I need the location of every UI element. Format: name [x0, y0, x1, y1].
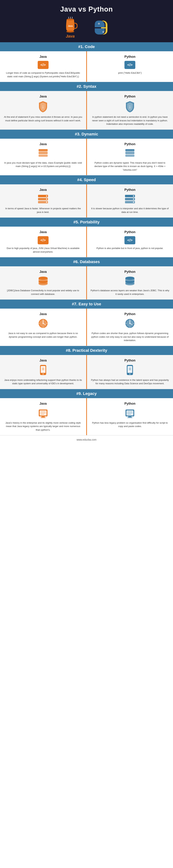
svg-point-61 [43, 373, 44, 374]
page-header: Java vs Python Java Java [0, 0, 173, 42]
java-col-title-legacy: Java [40, 402, 47, 406]
section-header-databases: #6. Databases [0, 257, 173, 266]
python-text-databases: Python's database access layers are weak… [91, 289, 170, 296]
svg-point-54 [129, 323, 130, 324]
section-header-code: #1. Code [0, 42, 173, 51]
python-phone-icon: ☰ [125, 365, 134, 375]
python-col-databases: Python Python's database access layers a… [87, 266, 173, 299]
java-col-title-portability: Java [40, 230, 47, 234]
section-legacy: #9. LegacyJava Java's history in the ent… [0, 389, 173, 436]
java-text-dynamic: In java you must declare type of the dat… [4, 161, 82, 168]
svg-rect-11 [39, 155, 48, 157]
java-text-databases: [JDBC]Java Database Connectivity is most… [4, 289, 82, 296]
java-col-databases: Java [JDBC]Java Database Connectivity is… [0, 266, 87, 299]
java-col-speed: Java In terms of speed Java is faster. W… [0, 184, 87, 217]
python-text-legacy: Python has less legacy problem so organi… [91, 421, 170, 428]
python-col-title-legacy: Python [124, 402, 135, 406]
java-col-practicaldexterity: Java ☰ Java enjoys more undeviating refa… [0, 355, 87, 389]
section-header-syntax: #2. Syntax [0, 82, 173, 91]
python-text-speed: It is slower because python is interpret… [91, 207, 170, 214]
java-icon-dynamic [38, 148, 49, 159]
svg-text:Java: Java [68, 25, 73, 27]
svg-text:;: ; [129, 104, 130, 109]
svg-point-65 [129, 373, 130, 374]
svg-text:;: ; [42, 104, 44, 109]
java-db-dynamic-icon [38, 148, 49, 158]
comparison-row-easytouse: Java Java is not easy to use as compared… [0, 309, 173, 346]
java-col-legacy: Java Java's history in the enterprise an… [0, 398, 87, 435]
python-col-code: Python</>print ("Hello EduCBA") [87, 51, 173, 82]
comparison-row-practicaldexterity: Java ☰ Java enjoys more undeviating refa… [0, 355, 173, 389]
header-logos: Java Java [4, 17, 169, 39]
python-text-practicaldexterity: Python has always had an existence in th… [91, 378, 170, 385]
footer: www.educba.com [0, 435, 173, 444]
java-icon-syntax: ; [38, 100, 48, 113]
java-col-title-databases: Java [40, 270, 47, 274]
java-icon-legacy [38, 408, 48, 419]
python-shield-icon: ; [125, 100, 135, 112]
section-syntax: #2. SyntaxJava ; At the end of statement… [0, 82, 173, 130]
java-cup-icon: Java [63, 17, 77, 33]
python-col-title-easytouse: Python [124, 312, 135, 316]
section-header-dynamic: #3. Dynamic [0, 130, 173, 139]
svg-rect-40 [125, 282, 134, 284]
svg-point-24 [46, 202, 47, 203]
python-text-easytouse: Python codes are shorter than java. pyth… [91, 332, 170, 342]
comparison-row-dynamic: Java In java you must declare type of th… [0, 139, 173, 176]
svg-point-22 [46, 195, 47, 197]
svg-point-4 [99, 23, 99, 24]
java-server-icon [37, 194, 49, 204]
java-text-portability: Due to high popularity of java, JVM (Jav… [4, 246, 82, 253]
python-legacy-icon [125, 408, 135, 418]
java-col-syntax: Java ; At the end of statement if you mi… [0, 91, 87, 129]
java-text-syntax: At the end of statement if you miss semi… [4, 115, 82, 122]
java-text-speed: In terms of speed Java is faster. Whenev… [4, 207, 82, 214]
section-header-practicaldexterity: #8. Practical Dexterity [0, 346, 173, 355]
comparison-row-legacy: Java Java's history in the enterprise an… [0, 398, 173, 436]
python-text-syntax: In python statement do not need a semico… [91, 115, 170, 126]
python-icon-dynamic [124, 148, 135, 159]
java-logo: Java Java [63, 17, 77, 39]
section-practicaldexterity: #8. Practical DexterityJava ☰ Java enjoy… [0, 346, 173, 389]
comparison-row-speed: Java In terms of speed Java is faster. W… [0, 184, 173, 218]
java-icon-portability: </> [38, 236, 49, 244]
svg-rect-70 [41, 417, 46, 418]
java-icon-practicaldexterity: ☰ [39, 365, 48, 376]
python-server-icon [124, 194, 136, 204]
java-icon-easytouse [38, 318, 48, 329]
python-col-title-portability: Python [124, 230, 135, 234]
footer-url: www.educba.com [77, 438, 97, 441]
python-col-speed: Python It is slower because python is in… [87, 184, 173, 217]
java-label: Java [66, 34, 75, 39]
svg-point-28 [133, 195, 134, 197]
java-col-dynamic: Java In java you must declare type of th… [0, 139, 87, 175]
python-text-portability: Python is also portable but in front of … [97, 246, 164, 250]
comparison-row-portability: Java</>Due to high popularity of java, J… [0, 227, 173, 257]
python-icon-practicaldexterity: ☰ [125, 365, 134, 376]
section-easytouse: #7. Easy to UseJava Java is not easy to … [0, 300, 173, 346]
svg-point-23 [46, 198, 47, 200]
java-col-title-easytouse: Java [40, 312, 47, 316]
svg-point-0 [67, 19, 74, 21]
svg-rect-16 [125, 155, 134, 157]
python-col-syntax: Python ; In python statement do not need… [87, 91, 173, 129]
svg-text:☰: ☰ [129, 368, 131, 371]
svg-point-45 [43, 323, 44, 324]
java-col-title-practicaldexterity: Java [40, 359, 47, 363]
python-col-title-dynamic: Python [124, 142, 135, 146]
java-col-code: Java</>Longer lines of code as compared … [0, 51, 87, 82]
java-col-easytouse: Java Java is not easy to use as compared… [0, 309, 87, 346]
java-text-legacy: Java's history in the enterprise and its… [4, 421, 82, 432]
python-col-dynamic: Python Python codes are dynamic typed. T… [87, 139, 173, 175]
java-icon-databases [38, 276, 49, 286]
java-text-code: Longer lines of code as compared to Pyth… [4, 71, 82, 78]
java-code-icon: </> [38, 61, 49, 69]
python-db-icon [124, 276, 135, 286]
java-clock-icon [38, 318, 48, 329]
java-portability-icon: </> [38, 236, 49, 244]
java-text-practicaldexterity: Java enjoys more undeviating refactoring… [4, 378, 82, 385]
java-col-title-dynamic: Java [40, 142, 47, 146]
java-db-icon [38, 276, 49, 286]
python-logo-icon [92, 20, 110, 36]
python-icon-databases [124, 276, 135, 286]
